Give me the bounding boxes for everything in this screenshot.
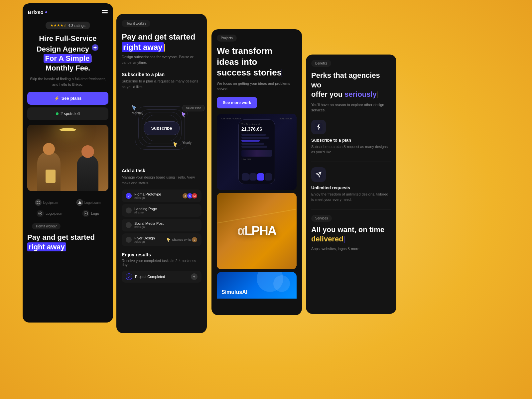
logo-name-1: logoipsum	[43, 201, 58, 204]
cursor-yellow-arrow	[173, 141, 178, 148]
logo-icon-2	[76, 199, 83, 206]
benefit-1-desc: Subscribe to a plan & request as many de…	[311, 144, 391, 155]
task-name-4: Flyer Design	[134, 236, 164, 240]
task-item-2: Landing Page #framer	[122, 204, 201, 217]
s3-subtext: We focus on getting your ideas and probl…	[211, 81, 302, 97]
hamburger-menu[interactable]	[102, 10, 108, 14]
task-assignee-row: Shamsu White S	[167, 237, 198, 243]
s4-headline-accent: seriously	[344, 90, 377, 98]
s2-headline: Pay and get started right away	[116, 32, 207, 54]
see-plans-button[interactable]: ⚡ See plans	[27, 92, 108, 105]
assignee-avatar: S	[192, 237, 198, 243]
logo-item-1: logoipsum	[35, 199, 58, 206]
howitworks-container: How it works?	[23, 220, 113, 233]
sparkle-icon	[91, 44, 99, 52]
logos-row-1: logoipsum Logoipsum	[23, 197, 113, 208]
see-more-work-button[interactable]: See more work	[217, 97, 257, 108]
services-subtext: Apps, websites, logos & more.	[306, 247, 396, 251]
crypto-chart	[241, 150, 272, 157]
phone-nav	[241, 172, 272, 181]
benefit-2-icon	[311, 167, 326, 182]
nav-icon-4	[265, 173, 272, 181]
simulus-logo-text: SimulusAI	[221, 289, 247, 295]
task-name-1: Figma Prototype	[134, 192, 181, 196]
s4-headline: Perks that agencies wo offer you serious…	[306, 71, 396, 102]
logo-text: Brixso	[28, 9, 44, 15]
logo-item-2: Logoipsum	[76, 199, 101, 206]
svg-marker-11	[174, 142, 178, 147]
services-headline: All you want, on time delivered	[306, 225, 396, 247]
svg-rect-1	[37, 201, 38, 202]
logo-icon-4	[82, 210, 89, 217]
crypto-label-right: BALANCE	[280, 117, 292, 120]
assignee-name: Shamsu White	[172, 238, 192, 241]
rating-text: 4.3 ratings	[68, 24, 85, 28]
logo-name-3: Logoipsum	[46, 211, 64, 215]
svg-rect-4	[39, 203, 40, 204]
nav-icon-3	[257, 173, 264, 181]
pay-headline-highlighted: right away	[27, 242, 66, 251]
person-right	[77, 155, 98, 191]
enjoy-title: Enjoy results	[116, 248, 207, 259]
lightning-icon	[315, 123, 323, 131]
avatar-3: M	[192, 193, 198, 199]
alpha-text: αLPHA	[237, 224, 276, 238]
pay-headline-1: Pay and get started	[27, 233, 95, 241]
task-item-1: ✓ Figma Prototype #design J S M	[122, 190, 201, 202]
svg-rect-3	[37, 203, 38, 204]
holding-item	[46, 170, 56, 183]
task-tag-4: #design	[134, 240, 164, 243]
nav-icon-2	[249, 173, 257, 181]
simulus-bg: SimulusAI	[217, 272, 297, 299]
svg-marker-9	[132, 105, 136, 111]
rating-badge: ★★★★☆ 4.3 ratings	[46, 22, 90, 29]
crypto-date: 1 Apr 2024	[241, 158, 272, 160]
subscribe-button[interactable]: Subscribe	[144, 121, 180, 135]
alpha-sheen	[217, 209, 296, 223]
task-dot-4	[126, 237, 132, 243]
logo: Brixso	[28, 9, 47, 15]
projects-tag: Projects	[217, 35, 237, 42]
completed-check-icon: ✓	[126, 273, 132, 280]
crypto-row-accent	[241, 140, 260, 142]
cursor-purple-arrow	[181, 111, 187, 118]
s4-headline-2: offer you	[311, 90, 342, 98]
benefit-2-desc: Enjoy the freedom of unlimited designs, …	[311, 192, 391, 202]
task-name-3: Social Media Post	[134, 221, 198, 225]
see-plans-icon: ⚡	[54, 96, 60, 101]
crypto-row-2	[241, 137, 269, 139]
overhead-light	[60, 128, 76, 131]
photo-placeholder	[27, 125, 108, 191]
services-cursor	[344, 236, 344, 243]
cursor-blue-arrow	[132, 105, 137, 111]
logoipsum-3-icon	[38, 211, 43, 216]
services-headline-1: All you want, on time	[311, 225, 384, 234]
project-completed-text: Project Completed	[135, 275, 188, 279]
nav-icon-1	[242, 173, 249, 181]
spots-left-label: 2 spots left	[61, 111, 80, 116]
spots-left-button[interactable]: 2 spots left	[27, 107, 108, 120]
select-plan-button[interactable]: Select Plan	[182, 105, 205, 111]
benefits-tag: Benefits	[311, 60, 331, 67]
screen-3-projects: Projects We transform ideas into success…	[211, 29, 302, 315]
headline-highlighted: For A Simple	[44, 54, 91, 63]
expand-icon: +	[191, 273, 198, 280]
logo-item-4: Logo	[82, 210, 99, 217]
s3-headline: We transform ideas into success stories	[211, 46, 302, 81]
cursor	[91, 56, 92, 62]
services-tag: Services	[311, 215, 332, 222]
task-info-2: Landing Page #framer	[134, 207, 198, 214]
project-completed-row: ✓ Project Completed +	[122, 271, 201, 283]
svg-marker-5	[78, 201, 81, 204]
subscribe-title: Subscribe to a plan	[116, 72, 207, 78]
phone-title: The Deps Amount	[241, 123, 272, 125]
screen-1-hero: Brixso ★★★★☆ 4.3 ratings Hire Full-Servi…	[23, 3, 113, 323]
pay-headline: Pay and get started right away	[23, 233, 113, 252]
logo-item-3: Logoipsum	[37, 210, 64, 217]
hero-photo	[27, 125, 108, 191]
see-more-work-label: See more work	[223, 100, 251, 105]
subscribe-desc: Subscribe to a plan & request as many de…	[116, 78, 207, 95]
task-dot-3	[126, 222, 132, 228]
blue-shape-2	[273, 275, 290, 292]
alpha-bg: αLPHA	[217, 193, 297, 269]
